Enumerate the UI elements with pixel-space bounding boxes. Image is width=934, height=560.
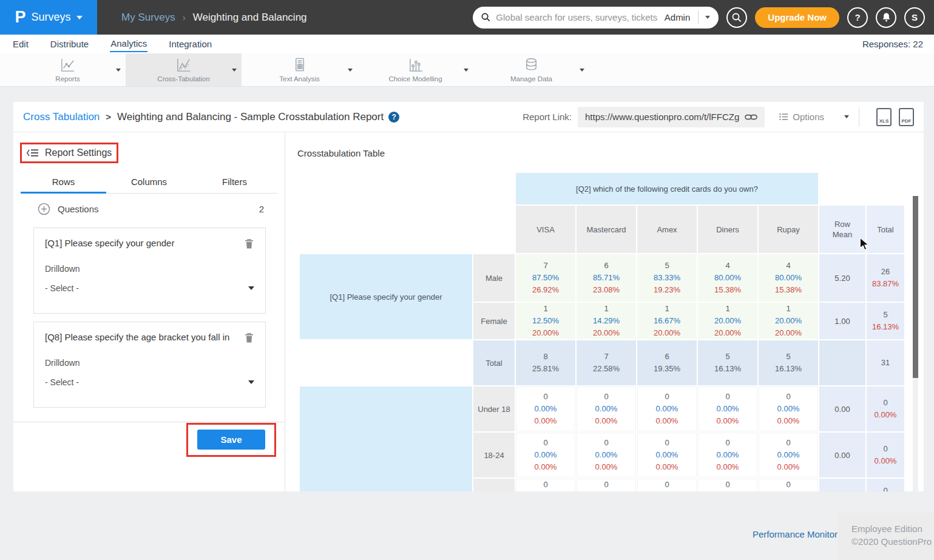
help-icon[interactable]: ? <box>388 112 399 123</box>
tab-columns[interactable]: Columns <box>106 173 192 193</box>
nav-tab-edit[interactable]: Edit <box>12 37 29 52</box>
row-total-cell: 00.00% <box>867 433 904 477</box>
data-cell: 00.00%0.00% <box>698 386 757 431</box>
add-question-icon[interactable] <box>38 203 50 215</box>
report-link-url[interactable]: https://www.questionpro.com/t/lFFCZg <box>585 112 739 122</box>
data-cell: 00.00%0.00% <box>516 386 575 431</box>
product-menu-label: Surveys <box>31 11 70 24</box>
row-mean-cell: 5.20 <box>819 254 865 302</box>
cross-tabulation-breadcrumb-link[interactable]: Cross Tabulation <box>23 111 100 123</box>
report-settings-toggle[interactable]: Report Settings <box>20 143 118 163</box>
report-header: Cross Tabulation > Weighting and Balanci… <box>13 102 924 132</box>
search-button[interactable] <box>726 7 747 28</box>
drilldown-label: Drilldown <box>45 264 254 274</box>
column-header: Diners <box>698 206 757 253</box>
drilldown-select[interactable]: - Select - <box>45 283 254 293</box>
top-header-bar: P Surveys My Surveys › Weighting and Bal… <box>0 0 934 35</box>
data-cell: 120.00%20.00% <box>759 303 818 339</box>
link-icon[interactable] <box>745 113 757 121</box>
chevron-down-icon[interactable] <box>348 69 353 72</box>
chevron-down-icon[interactable] <box>844 115 849 118</box>
toolbar-item-label: Cross-Tabulation <box>157 75 209 83</box>
column-header: Amex <box>637 206 697 253</box>
report-title: Weighting and Balancing - Sample Crossta… <box>117 111 384 123</box>
question-label: [Q1] Please specify your gender <box>45 238 244 248</box>
breadcrumb-my-surveys[interactable]: My Surveys <box>121 12 175 24</box>
chevron-down-icon[interactable] <box>116 69 121 72</box>
report-link-field[interactable]: https://www.questionpro.com/t/lFFCZg <box>578 107 765 127</box>
nav-tab-integration[interactable]: Integration <box>168 37 212 52</box>
manage-data-icon <box>523 57 540 73</box>
scope-caret-icon[interactable] <box>705 16 710 19</box>
tab-rows[interactable]: Rows <box>21 173 106 194</box>
chevron-down-icon[interactable] <box>232 69 237 72</box>
scrollbar-thumb[interactable] <box>913 196 918 378</box>
edition-line: Employee Edition <box>851 522 934 535</box>
breadcrumb-current: Weighting and Balancing <box>193 12 307 24</box>
global-search-bar[interactable]: Admin <box>473 7 719 29</box>
options-menu[interactable]: Options <box>779 112 849 122</box>
breadcrumb: My Surveys › Weighting and Balancing <box>121 12 307 24</box>
delete-question-icon[interactable] <box>244 332 254 343</box>
data-cell: 00.00%0.00% <box>759 433 818 477</box>
report-card: Cross Tabulation > Weighting and Balanci… <box>13 102 924 491</box>
text-analysis-icon <box>291 57 308 73</box>
bell-icon <box>881 12 892 22</box>
question-card-q8: [Q8] Please specify the age bracket you … <box>33 322 266 408</box>
data-cell: 516.13% <box>698 340 757 385</box>
breadcrumb-separator-icon: › <box>183 12 186 22</box>
row-label: Male <box>473 254 515 302</box>
analytics-toolbar: Reports Cross-Tabulation Text Analysis C… <box>0 53 934 87</box>
column-group-header: [Q2] which of the following credit cards… <box>516 173 818 204</box>
chevron-down-icon[interactable] <box>464 69 469 72</box>
reports-icon <box>59 57 76 73</box>
data-cell: 00.00%0.00% <box>637 433 697 477</box>
column-header: Mastercard <box>577 206 636 253</box>
save-button[interactable]: Save <box>197 430 265 450</box>
choice-modelling-icon <box>407 57 424 73</box>
divider <box>859 107 859 127</box>
row-total-cell: 00.00% <box>867 479 904 491</box>
nav-tab-analytics[interactable]: Analytics <box>110 36 147 52</box>
nav-tab-distribute[interactable]: Distribute <box>50 37 89 52</box>
performance-monitor-link[interactable]: Performance Monitor <box>753 529 838 539</box>
global-search-input[interactable] <box>496 12 664 22</box>
row-group-question <box>300 386 472 491</box>
row-label: 18-24 <box>473 433 515 477</box>
question-label: [Q8] Please specify the age bracket you … <box>45 332 244 342</box>
account-avatar[interactable]: S <box>904 7 925 28</box>
chevron-down-icon <box>248 286 254 290</box>
toolbar-item-text-analysis[interactable]: Text Analysis <box>242 53 357 86</box>
delete-question-icon[interactable] <box>244 238 254 249</box>
notifications-button[interactable] <box>876 7 896 28</box>
export-pdf-button[interactable]: PDF <box>899 108 914 126</box>
surveys-product-menu[interactable]: P Surveys <box>0 0 97 35</box>
toolbar-item-choice-modelling[interactable]: Choice Modelling <box>357 53 473 86</box>
toolbar-item-cross-tabulation[interactable]: Cross-Tabulation <box>126 53 242 86</box>
data-cell: 583.33%19.23% <box>637 254 697 302</box>
toolbar-item-manage-data[interactable]: Manage Data <box>473 53 589 86</box>
search-scope-admin[interactable]: Admin <box>665 12 691 22</box>
upgrade-now-button[interactable]: Upgrade Now <box>755 7 839 28</box>
list-icon <box>779 113 788 121</box>
toolbar-item-reports[interactable]: Reports <box>10 53 126 86</box>
questionpro-logo: P <box>15 8 25 27</box>
export-xls-button[interactable]: XLS <box>876 108 892 126</box>
data-cell: 114.29%20.00% <box>577 303 636 339</box>
data-cell: 00.00%0.00% <box>637 386 697 431</box>
table-total-row: Total825.81%722.58%619.35%516.13%516.13%… <box>300 340 904 385</box>
crosstab-panel: Crosstabulation Table [Q2] which of the … <box>285 132 918 491</box>
row-mean-header: Row Mean <box>819 206 865 253</box>
toolbar-item-label: Choice Modelling <box>388 75 442 83</box>
help-button[interactable]: ? <box>847 7 868 28</box>
chevron-down-icon[interactable] <box>580 69 584 72</box>
data-cell: 00.00%0.00% <box>516 479 575 491</box>
questions-header: Questions 2 <box>38 203 264 215</box>
data-cell: 00.00%0.00% <box>759 386 818 431</box>
questions-label: Questions <box>58 204 99 214</box>
tab-filters[interactable]: Filters <box>192 173 277 193</box>
data-cell: 480.00%15.38% <box>698 254 757 302</box>
data-cell: 722.58% <box>577 340 636 385</box>
data-cell: 00.00%0.00% <box>516 433 575 477</box>
drilldown-select[interactable]: - Select - <box>45 377 254 387</box>
